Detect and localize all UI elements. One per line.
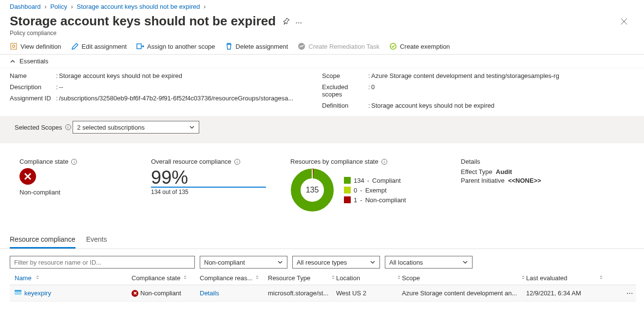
- col-type[interactable]: Resource Type: [268, 274, 336, 282]
- chevron-right-icon: ›: [202, 3, 208, 10]
- svg-rect-12: [15, 291, 21, 295]
- compliance-state-value: Non-compliant: [19, 189, 127, 196]
- chevron-down-icon: [277, 259, 283, 265]
- location: West US 2: [336, 289, 402, 297]
- donut-chart: 135: [290, 168, 334, 212]
- info-icon[interactable]: i: [381, 159, 387, 165]
- chevron-up-icon: [10, 58, 16, 64]
- noncompliant-icon: [19, 168, 36, 185]
- field-value: /subscriptions/32580eb9-bf6f-47b2-9f91-6…: [59, 95, 322, 102]
- field-label: Name: [10, 72, 56, 79]
- col-eval[interactable]: Last evaluated: [526, 274, 604, 282]
- chevron-down-icon: [462, 259, 468, 265]
- scope: Azure Storage content development an...: [402, 289, 526, 297]
- assign-scope-button[interactable]: Assign to another scope: [136, 42, 215, 50]
- metric-title: Details: [461, 158, 541, 165]
- essentials-label: Essentials: [19, 58, 48, 65]
- metrics-section: Compliance statei Non-compliant Overall …: [0, 143, 644, 222]
- command-bar: View definition Edit assignment Assign t…: [0, 38, 644, 55]
- metric-title: Overall resource compliance: [151, 158, 231, 165]
- detail-value: Audit: [496, 168, 512, 175]
- filter-locations-dropdown[interactable]: All locations: [385, 256, 473, 269]
- field-label: Scope: [322, 72, 368, 79]
- info-icon[interactable]: i: [234, 159, 240, 165]
- svg-point-3: [13, 45, 15, 48]
- selected-scopes-dropdown[interactable]: 2 selected subscriptions: [73, 121, 199, 134]
- toolbar-label: Create Remediation Task: [308, 43, 379, 50]
- essentials-toggle[interactable]: Essentials: [0, 55, 644, 68]
- col-scope[interactable]: Scope: [402, 274, 526, 282]
- compliance-count: 134 out of 135: [151, 189, 266, 195]
- resource-type: microsoft.storage/st...: [268, 289, 336, 297]
- breadcrumb-dashboard[interactable]: Dashboard: [10, 3, 41, 10]
- field-label: Excluded scopes: [322, 83, 368, 98]
- filter-compliance-dropdown[interactable]: Non-compliant: [200, 256, 287, 269]
- info-icon[interactable]: i: [65, 124, 71, 130]
- toolbar-label: Create exemption: [400, 43, 450, 50]
- selected-scopes-label: Selected Scopes: [15, 124, 62, 131]
- noncompliant-badge-icon: [132, 290, 138, 297]
- view-definition-button[interactable]: View definition: [10, 42, 61, 50]
- field-value: Storage account keys should not be expir…: [371, 102, 634, 109]
- create-exemption-button[interactable]: Create exemption: [389, 42, 450, 50]
- table-header: Name Compliance state Compliance reas...…: [10, 271, 636, 285]
- tab-events[interactable]: Events: [86, 231, 107, 249]
- donut-total: 135: [306, 186, 319, 194]
- delete-assignment-button[interactable]: Delete assignment: [225, 42, 288, 50]
- toolbar-label: Delete assignment: [236, 43, 288, 50]
- field-value: --: [59, 83, 322, 91]
- page-title: Storage account keys should not be expir…: [10, 14, 276, 29]
- state-text: Non-compliant: [140, 289, 181, 297]
- page-subtitle: Policy compliance: [10, 30, 303, 37]
- field-label: Assignment ID: [10, 95, 56, 102]
- close-button[interactable]: [621, 13, 634, 26]
- table-row[interactable]: keyexpiry Non-compliant Details microsof…: [10, 285, 636, 302]
- field-value: Storage account keys should not be expir…: [59, 72, 322, 79]
- filter-row: Non-compliant All resource types All loc…: [0, 249, 644, 271]
- metric-title: Compliance state: [19, 158, 68, 165]
- field-label: Definition: [322, 102, 368, 109]
- toolbar-label: Edit assignment: [82, 43, 127, 50]
- chevron-right-icon: ›: [69, 3, 75, 10]
- resource-link[interactable]: keyexpiry: [24, 289, 51, 297]
- more-icon[interactable]: ···: [296, 19, 303, 26]
- col-location[interactable]: Location: [336, 274, 402, 282]
- chart-legend: 134 - Compliant 0 - Exempt 1 - Non-compl…: [344, 174, 406, 206]
- col-name[interactable]: Name: [10, 274, 132, 282]
- compliance-percent: 99%: [151, 168, 266, 188]
- row-menu-button[interactable]: ···: [604, 289, 636, 297]
- toolbar-label: Assign to another scope: [147, 43, 215, 50]
- selected-scopes-panel: Selected Scopesi 2 selected subscription…: [0, 116, 644, 143]
- field-value: Azure Storage content development and te…: [371, 72, 634, 79]
- dropdown-value: 2 selected subscriptions: [77, 124, 145, 131]
- detail-label: Parent Initiative: [461, 177, 505, 184]
- chevron-down-icon: [189, 124, 195, 130]
- toolbar-label: View definition: [20, 43, 61, 50]
- pin-icon[interactable]: [283, 18, 290, 27]
- create-remediation-button: Create Remediation Task: [298, 42, 379, 50]
- breadcrumb: Dashboard › Policy › Storage account key…: [0, 0, 644, 13]
- details-link[interactable]: Details: [200, 289, 219, 297]
- breadcrumb-policy[interactable]: Policy: [50, 3, 67, 10]
- essentials-panel: Name:Storage account keys should not be …: [0, 68, 644, 116]
- col-reason[interactable]: Compliance reas...: [200, 274, 268, 282]
- last-evaluated: 12/9/2021, 6:34 AM: [526, 289, 604, 297]
- tab-resource-compliance[interactable]: Resource compliance: [10, 231, 76, 249]
- filter-name-input[interactable]: [10, 256, 195, 269]
- field-value: 0: [371, 83, 634, 98]
- info-icon[interactable]: i: [71, 159, 77, 165]
- chevron-down-icon: [370, 259, 376, 265]
- chevron-right-icon: ›: [42, 3, 48, 10]
- results-table: Name Compliance state Compliance reas...…: [10, 271, 636, 302]
- field-label: Description: [10, 83, 56, 91]
- detail-value: <<NONE>>: [508, 177, 541, 184]
- edit-assignment-button[interactable]: Edit assignment: [71, 42, 127, 50]
- tab-list: Resource compliance Events: [0, 231, 644, 249]
- metric-title: Resources by compliance state: [290, 158, 379, 165]
- svg-rect-4: [137, 44, 141, 49]
- breadcrumb-current[interactable]: Storage account keys should not be expir…: [76, 3, 200, 10]
- filter-types-dropdown[interactable]: All resource types: [292, 256, 380, 269]
- svg-rect-2: [11, 43, 17, 49]
- col-state[interactable]: Compliance state: [132, 274, 200, 282]
- storage-icon: [15, 289, 21, 297]
